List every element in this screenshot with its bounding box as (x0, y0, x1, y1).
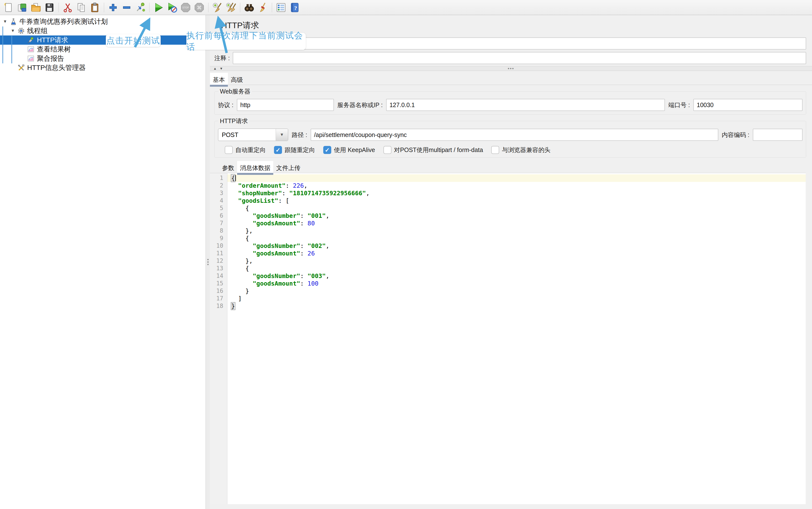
header-manager-icon (16, 64, 26, 71)
vertical-split-divider[interactable] (206, 15, 210, 509)
tree-item-查看结果树[interactable]: 查看结果树 (0, 45, 206, 54)
web-server-group: Web服务器 协议 : 服务器名称或IP : 端口号 : (214, 88, 806, 114)
code-line: { (227, 204, 806, 212)
shutdown-button[interactable] (192, 1, 206, 14)
tab-消息体数据[interactable]: 消息体数据 (237, 161, 273, 173)
checkbox-label: 跟随重定向 (285, 146, 315, 154)
start-no-pauses-button[interactable] (165, 1, 179, 14)
comment-label: 注释 : (214, 54, 230, 62)
line-number: 4 (210, 197, 223, 204)
panel-title: HTTP请求 (221, 20, 806, 31)
checkbox-跟随重定向[interactable]: ✓跟随重定向 (274, 146, 315, 154)
line-number-gutter: 123456789101112131415161718 (210, 173, 227, 504)
code-line: { (227, 235, 806, 242)
comment-input[interactable] (233, 52, 806, 64)
port-input[interactable] (693, 99, 803, 111)
copy-icon (76, 2, 87, 13)
method-value: POST (218, 131, 276, 138)
checkbox-与浏览器兼容的头[interactable]: 与浏览器兼容的头 (491, 146, 550, 154)
tree-guide-line (2, 27, 3, 63)
new-file-icon (3, 2, 14, 13)
checkbox-unchecked-icon[interactable] (225, 146, 233, 154)
line-number: 6 (210, 212, 223, 219)
test-plan-icon (9, 18, 18, 25)
body-tabs: 参数消息体数据文件上传 (219, 161, 812, 173)
tree-item-HTTP请求[interactable]: HTTP请求 (0, 35, 206, 45)
collapse-all-button[interactable] (120, 1, 134, 14)
start-button[interactable] (152, 1, 165, 14)
search-button[interactable] (243, 1, 256, 14)
line-number: 3 (210, 190, 223, 197)
http-request-group: HTTP请求 POST ▼ 路径 : 内容编码 : 自动重定向✓跟随重定向✓使用… (214, 117, 806, 158)
comment-row: 注释 : (214, 52, 806, 64)
copy-button[interactable] (74, 1, 88, 14)
expand-all-button[interactable] (106, 1, 120, 14)
checkbox-对POST使用multipart / form-data[interactable]: 对POST使用multipart / form-data (383, 146, 483, 154)
tab-参数[interactable]: 参数 (219, 161, 237, 173)
line-number: 12 (210, 257, 223, 265)
checkbox-使用 KeepAlive[interactable]: ✓使用 KeepAlive (323, 146, 375, 154)
expander-icon[interactable]: ▼ (1, 19, 9, 24)
shutdown-icon (194, 2, 205, 13)
tree-item-线程组[interactable]: ▼线程组 (0, 26, 206, 35)
tab-高级[interactable]: 高级 (228, 73, 246, 85)
new-file-button[interactable] (2, 1, 15, 14)
line-number: 2 (210, 182, 223, 190)
header-split-divider[interactable]: ▲ ▼ ••• (210, 66, 812, 71)
open-file-button[interactable] (29, 1, 43, 14)
tab-基本[interactable]: 基本 (210, 73, 228, 85)
method-select[interactable]: POST ▼ (218, 129, 288, 141)
tree-item-label: 线程组 (27, 26, 47, 35)
results-tree-icon (26, 46, 35, 53)
divider-collapse-buttons[interactable]: ▲ ▼ (213, 67, 224, 70)
tree-item-label: 查看结果树 (37, 45, 71, 54)
encoding-label: 内容编码 : (722, 131, 749, 139)
line-number: 10 (210, 242, 223, 250)
templates-button[interactable] (15, 1, 29, 14)
tree-item-牛券查询优惠券列表测试计划[interactable]: ▼牛券查询优惠券列表测试计划 (0, 17, 206, 26)
line-number: 1 (210, 174, 223, 182)
test-plan-tree: ▼牛券查询优惠券列表测试计划▼线程组HTTP请求查看结果树聚合报告HTTP信息头… (0, 15, 206, 509)
text-caret (235, 175, 236, 181)
svg-text:?: ? (294, 5, 297, 11)
protocol-input[interactable] (237, 99, 334, 111)
protocol-label: 协议 : (218, 101, 233, 109)
paste-button[interactable] (88, 1, 102, 14)
cut-button[interactable] (61, 1, 74, 14)
server-label: 服务器名称或IP : (337, 101, 383, 109)
toolbar: STOP? (0, 0, 812, 15)
line-number: 16 (210, 287, 223, 295)
clear-all-button[interactable] (224, 1, 238, 14)
toggle-button[interactable] (134, 1, 147, 14)
encoding-input[interactable] (753, 129, 803, 141)
checkbox-unchecked-icon[interactable] (383, 146, 392, 154)
checkbox-checked-icon[interactable]: ✓ (323, 146, 331, 154)
line-number: 5 (210, 204, 223, 212)
expander-icon[interactable]: ▼ (9, 28, 16, 33)
clear-button[interactable] (211, 1, 224, 14)
tree-item-HTTP信息头管理器[interactable]: HTTP信息头管理器 (0, 63, 206, 72)
stop-button[interactable]: STOP (179, 1, 192, 14)
checkbox-自动重定向[interactable]: 自动重定向 (225, 146, 266, 154)
view-tabs: 基本高级 (210, 73, 812, 85)
code-line: "shopNumber": "1810714735922956666", (227, 190, 806, 197)
paste-icon (89, 2, 100, 13)
json-body-code[interactable]: { "orderAmount": 226, "shopNumber": "181… (227, 173, 806, 504)
function-helper-button[interactable] (274, 1, 288, 14)
server-input[interactable] (386, 99, 665, 111)
tab-文件上传[interactable]: 文件上传 (273, 161, 303, 173)
code-line: "goodsNumber": "002", (227, 242, 806, 250)
code-line: } (227, 287, 806, 295)
search-reset-button[interactable] (256, 1, 270, 14)
path-input[interactable] (310, 129, 718, 141)
checkbox-checked-icon[interactable]: ✓ (274, 146, 282, 154)
cut-icon (62, 2, 73, 13)
checkbox-label: 自动重定向 (235, 146, 266, 154)
http-request-legend: HTTP请求 (218, 117, 249, 125)
help-button[interactable]: ? (288, 1, 301, 14)
save-button[interactable] (43, 1, 56, 14)
line-number: 13 (210, 265, 223, 272)
checkbox-unchecked-icon[interactable] (491, 146, 499, 154)
tree-item-聚合报告[interactable]: 聚合报告 (0, 54, 206, 63)
code-line: { (227, 174, 806, 182)
